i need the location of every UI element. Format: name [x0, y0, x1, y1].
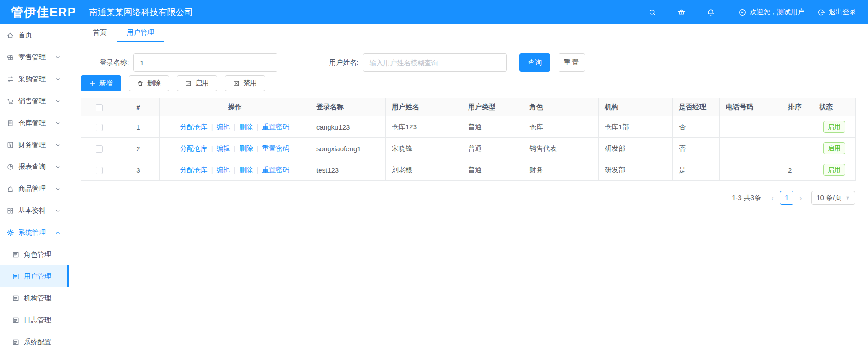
search-icon[interactable] [648, 8, 657, 17]
plus-icon [89, 80, 96, 87]
col-org: 机构 [599, 98, 673, 116]
prev-page-button[interactable]: ‹ [767, 194, 777, 202]
sidebar-item-label: 财务管理 [18, 141, 46, 149]
sidebar: 首页 零售管理 采购管理 销售管理 仓库管理 [0, 24, 69, 353]
cell-type: 普通 [462, 116, 523, 138]
sidebar-subitem-label: 系统配置 [24, 338, 51, 347]
status-badge: 启用 [823, 164, 845, 176]
table-row: 2 分配仓库|编辑|删除|重置密码 songxiaofeng1 宋晓锋 普通 销… [81, 138, 856, 159]
chevron-down-icon [55, 142, 60, 148]
sidebar-subitem-config[interactable]: 系统配置 [0, 331, 69, 353]
cell-manager: 是 [673, 159, 720, 181]
col-sort: 排序 [782, 98, 813, 116]
row-checkbox[interactable] [96, 145, 103, 153]
document-icon [12, 295, 20, 302]
sidebar-item-goods[interactable]: 商品管理 [0, 178, 69, 200]
chevron-down-icon [55, 55, 60, 60]
sidebar-item-label: 零售管理 [18, 53, 46, 62]
app-window: 管伊佳ERP 南通某某网络科技有限公司 欢迎您，测试用户 [0, 0, 868, 353]
cell-login: songxiaofeng1 [310, 138, 386, 159]
table-header-row: # 操作 登录名称 用户姓名 用户类型 角色 机构 是否经理 电话号码 排序 状… [81, 98, 856, 116]
table-row: 3 分配仓库|编辑|删除|重置密码 test123 刘老根 普通 财务 研发部 … [81, 159, 856, 181]
chevron-down-icon [55, 121, 60, 126]
disable-button[interactable]: 禁用 [225, 75, 265, 91]
sidebar-subitem-roles[interactable]: 角色管理 [0, 243, 69, 265]
reset-password-link[interactable]: 重置密码 [262, 144, 289, 152]
next-page-button[interactable]: › [796, 194, 806, 202]
document-icon [12, 316, 20, 324]
sidebar-subitem-label: 角色管理 [24, 250, 51, 259]
user-name-input[interactable] [363, 53, 507, 72]
users-table: # 操作 登录名称 用户姓名 用户类型 角色 机构 是否经理 电话号码 排序 状… [81, 98, 856, 181]
sidebar-item-label: 报表查询 [18, 163, 46, 171]
sidebar-subitem-logs[interactable]: 日志管理 [0, 309, 69, 331]
sidebar-subitem-users[interactable]: 用户管理 [0, 265, 69, 287]
reset-password-link[interactable]: 重置密码 [262, 166, 289, 174]
sidebar-item-purchase[interactable]: 采购管理 [0, 68, 69, 90]
cell-role: 仓库 [523, 116, 599, 138]
col-phone: 电话号码 [720, 98, 782, 116]
assign-warehouse-link[interactable]: 分配仓库 [180, 166, 208, 174]
chevron-down-icon [55, 164, 60, 169]
sidebar-item-system[interactable]: 系统管理 [0, 221, 69, 243]
pie-chart-icon [6, 163, 14, 171]
sidebar-item-basic-data[interactable]: 基本资料 [0, 200, 69, 221]
user-menu[interactable]: 欢迎您，测试用户 [738, 8, 804, 16]
row-checkbox[interactable] [96, 167, 103, 174]
edit-link[interactable]: 编辑 [217, 144, 230, 152]
select-all-checkbox[interactable] [96, 104, 103, 111]
delete-link[interactable]: 删除 [239, 166, 253, 174]
enable-button[interactable]: 启用 [177, 75, 217, 91]
pagination-total: 1-3 共3条 [732, 194, 761, 202]
bank-icon[interactable] [677, 8, 686, 17]
tab-bar: 首页 用户管理 [69, 24, 868, 42]
col-index: # [117, 98, 160, 116]
grid-icon [6, 207, 14, 215]
sidebar-item-warehouse[interactable]: 仓库管理 [0, 112, 69, 134]
sidebar-subitem-orgs[interactable]: 机构管理 [0, 287, 69, 309]
status-badge: 启用 [823, 142, 845, 154]
cell-login: cangku123 [310, 116, 386, 138]
assign-warehouse-link[interactable]: 分配仓库 [180, 123, 208, 131]
assign-warehouse-link[interactable]: 分配仓库 [180, 144, 208, 152]
delete-link[interactable]: 删除 [239, 123, 253, 131]
add-button[interactable]: 新增 [81, 75, 121, 91]
edit-link[interactable]: 编辑 [217, 123, 230, 131]
logout-button[interactable]: 退出登录 [817, 8, 856, 16]
chevron-down-icon [55, 77, 60, 82]
trash-icon [137, 80, 144, 87]
sidebar-item-home[interactable]: 首页 [0, 24, 69, 46]
delete-link[interactable]: 删除 [239, 144, 253, 152]
sidebar-item-label: 首页 [18, 31, 32, 40]
sidebar-subitem-label: 用户管理 [24, 272, 51, 281]
chevron-down-icon [55, 208, 60, 213]
delete-button[interactable]: 删除 [129, 75, 169, 91]
col-manager: 是否经理 [673, 98, 720, 116]
reset-button[interactable]: 重置 [559, 53, 585, 72]
document-icon [12, 273, 20, 280]
col-name: 用户姓名 [386, 98, 462, 116]
login-name-input[interactable] [133, 53, 277, 72]
reset-password-link[interactable]: 重置密码 [262, 123, 289, 131]
cell-role: 财务 [523, 159, 599, 181]
cell-login: test123 [310, 159, 386, 181]
page-size-select[interactable]: 10 条/页 ▼ [811, 191, 855, 205]
edit-link[interactable]: 编辑 [217, 166, 230, 174]
sidebar-item-finance[interactable]: 财务管理 [0, 134, 69, 156]
tab-user-management[interactable]: 用户管理 [117, 24, 164, 42]
search-button[interactable]: 查询 [519, 53, 550, 72]
page-number-button[interactable]: 1 [780, 191, 793, 205]
sidebar-item-sales[interactable]: 销售管理 [0, 90, 69, 112]
sidebar-item-reports[interactable]: 报表查询 [0, 156, 69, 178]
tab-home[interactable]: 首页 [83, 24, 117, 42]
sidebar-subitem-label: 日志管理 [24, 316, 51, 325]
row-checkbox[interactable] [96, 124, 103, 131]
company-name: 南通某某网络科技有限公司 [89, 6, 193, 18]
sidebar-item-label: 系统管理 [18, 228, 46, 237]
cell-role: 销售代表 [523, 138, 599, 159]
cell-sort: 2 [782, 159, 813, 181]
cell-name: 宋晓锋 [386, 138, 462, 159]
cart-icon [6, 97, 14, 105]
sidebar-item-retail[interactable]: 零售管理 [0, 46, 69, 68]
bell-icon[interactable] [706, 8, 715, 17]
